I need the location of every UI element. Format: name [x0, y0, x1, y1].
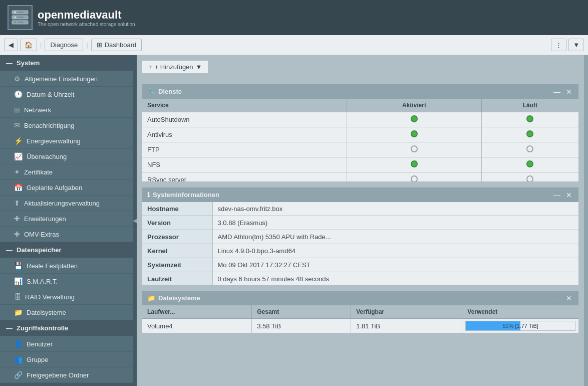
system-label: System: [17, 59, 40, 67]
sidebar-item-gruppe[interactable]: 👥 Gruppe: [0, 352, 133, 367]
smart-icon: 📊: [14, 277, 23, 285]
sidebar-item-energieverwaltung[interactable]: ⚡ Energieverwaltung: [0, 133, 133, 149]
chart-icon: 📈: [14, 152, 23, 160]
share-icon: 🔗: [14, 371, 23, 379]
col-aktiviert: Aktiviert: [347, 99, 481, 112]
sidebar-section-header-dienste[interactable]: — Dienste: [0, 383, 133, 386]
dateisysteme-close-btn[interactable]: ✕: [564, 295, 573, 302]
dienste-close-btn[interactable]: ✕: [564, 88, 573, 95]
user-icon: 👤: [14, 340, 23, 348]
sidebar-item-erweiterungen[interactable]: ✚ Erweiterungen: [0, 211, 133, 227]
status-stopped-icon: [526, 175, 533, 181]
sidebar-item-benachrichtigung[interactable]: ✉ Benachrichtigung: [0, 118, 133, 133]
sysinfo-panel-header: ℹ Systeminformationen — ✕: [142, 187, 578, 202]
home-btn[interactable]: 🏠: [20, 39, 37, 51]
brand-tagline: The open network attached storage soluti…: [38, 22, 135, 27]
content-scrollbar[interactable]: [584, 55, 588, 386]
sidebar-section-header-zugriffskontrolle[interactable]: — Zugriffskontrolle: [0, 320, 133, 336]
sidebar-item-reale-festplatten[interactable]: 💾 Reale Festplatten: [0, 258, 133, 274]
sidebar-toggle-btn[interactable]: ◀: [4, 39, 18, 51]
col-gesamt: Gesamt: [252, 305, 351, 319]
dateisysteme-panel-header: 📁 Dateisysteme — ✕: [142, 291, 578, 305]
sidebar-section-header-system[interactable]: — System: [0, 55, 133, 71]
aktiviert-cell: [347, 127, 481, 142]
sysinfo-panel-body: Hostnamesdev-nas-omv.fritz.boxVersion3.0…: [142, 202, 578, 285]
sysinfo-panel-header-left: ℹ Systeminformationen: [147, 191, 219, 199]
status-active-icon: [411, 160, 418, 167]
datenspeicher-label: Datenspeicher: [17, 246, 62, 254]
dateisysteme-panel-header-right: — ✕: [552, 295, 573, 302]
dateisysteme-panel-scroll[interactable]: Laufwer... Gesamt Verfügbar Verwendet Vo…: [142, 305, 578, 333]
sidebar: — System ⚙ Allgemeine Einstellungen 🕐 Da…: [0, 55, 133, 386]
status-running-icon: [526, 160, 533, 167]
content-area: + + Hinzufügen ▼ 🔧 Dienste — ✕: [137, 55, 584, 386]
sidebar-section-dienste: — Dienste ⚙ Antivirus: [0, 383, 133, 386]
dienste-panel-header-right: — ✕: [552, 88, 573, 95]
dienste-panel-header-left: 🔧 Dienste: [147, 88, 182, 95]
settings-icon: ⚙: [14, 75, 21, 83]
sysinfo-value-cell: 3.0.88 (Erasmus): [212, 216, 578, 230]
lauft-cell: [481, 142, 578, 157]
sidebar-item-aktualisierungsverwaltung[interactable]: ⬆ Aktualisierungsverwaltung: [0, 196, 133, 211]
status-running-icon: [526, 115, 533, 122]
sidebar-section-datenspeicher: — Datenspeicher 💾 Reale Festplatten 📊 S.…: [0, 242, 133, 320]
svg-point-7: [14, 22, 16, 24]
more-btn[interactable]: ⋮: [551, 39, 566, 51]
sidebar-item-label: Reale Festplatten: [27, 262, 78, 270]
service-cell: NFS: [142, 157, 347, 172]
aktiviert-cell: [347, 172, 481, 182]
verwendet-cell: 50% [1.77 TiB]: [462, 319, 578, 333]
table-row: RSync server: [142, 172, 578, 182]
expand-btn[interactable]: ▼: [568, 39, 584, 51]
sysinfo-panel-scroll[interactable]: Hostnamesdev-nas-omv.fritz.boxVersion3.0…: [142, 202, 578, 285]
sidebar-item-netzwerk[interactable]: ⊞ Netzwerk: [0, 102, 133, 118]
dienste-minimize-btn[interactable]: —: [552, 88, 562, 95]
table-row: ProzessorAMD Athlon(tm) 5350 APU with Ra…: [142, 230, 578, 244]
sidebar-item-smart[interactable]: 📊 S.M.A.R.T.: [0, 274, 133, 289]
sidebar-item-omv-extras[interactable]: ✚ OMV-Extras: [0, 227, 133, 242]
mail-icon: ✉: [14, 121, 20, 129]
sysinfo-label-cell: Systemzeit: [142, 258, 212, 272]
svg-point-1: [14, 12, 16, 14]
brand-name: openmediavault: [38, 9, 135, 22]
svg-point-4: [14, 17, 16, 19]
sidebar-item-benutzer[interactable]: 👤 Benutzer: [0, 336, 133, 352]
sidebar-section-header-datenspeicher[interactable]: — Datenspeicher: [0, 242, 133, 258]
lauft-cell: [481, 127, 578, 142]
sidebar-item-freigegebene-ordner[interactable]: 🔗 Freigegebene Ordner: [0, 367, 133, 383]
sidebar-item-ueberwachung[interactable]: 📈 Überwachung: [0, 149, 133, 164]
status-stopped-icon: [526, 145, 533, 152]
sidebar-resize-handle[interactable]: ◀: [133, 55, 137, 386]
dashboard-btn[interactable]: ⊞ Dashboard: [91, 39, 142, 51]
dienste-panel-body: Service Aktiviert Läuft AutoShutdownAnti…: [142, 99, 578, 181]
service-cell: AutoShutdown: [142, 112, 347, 127]
dateisysteme-panel: 📁 Dateisysteme — ✕ Laufwer... Gesamt: [142, 290, 579, 334]
sidebar-item-datum-uhrzeit[interactable]: 🕐 Datum & Uhrzeit: [0, 87, 133, 102]
hinzufuegen-btn[interactable]: + + Hinzufügen ▼: [142, 60, 208, 74]
hinzufuegen-label: + Hinzufügen: [155, 63, 193, 71]
sysinfo-panel-title: Systeminformationen: [153, 191, 219, 199]
sysinfo-minimize-btn[interactable]: —: [552, 191, 562, 199]
dienste-panel-title: Dienste: [158, 88, 182, 95]
progress-bar-wrap: 50% [1.77 TiB]: [465, 321, 575, 331]
sidebar-item-label: Geplante Aufgaben: [27, 184, 82, 191]
dateisysteme-minimize-btn[interactable]: —: [552, 295, 562, 302]
diagnose-btn[interactable]: Diagnose: [45, 39, 83, 51]
sidebar-item-label: Benachrichtigung: [24, 122, 74, 129]
sidebar-item-allgemeine-einstellungen[interactable]: ⚙ Allgemeine Einstellungen: [0, 71, 133, 87]
sysinfo-value-cell: sdev-nas-omv.fritz.box: [212, 202, 578, 216]
aktiviert-cell: [347, 157, 481, 172]
sidebar-item-dateisysteme[interactable]: 📁 Dateisysteme: [0, 305, 133, 320]
dienste-panel-scroll[interactable]: Service Aktiviert Läuft AutoShutdownAnti…: [142, 99, 578, 181]
sysinfo-close-btn[interactable]: ✕: [564, 191, 573, 199]
sidebar-item-raid-verwaltung[interactable]: 🗄 RAID Verwaltung: [0, 289, 133, 305]
disk-icon: 💾: [14, 262, 23, 270]
cert-icon: ✦: [14, 168, 20, 176]
sidebar-item-zertifikate[interactable]: ✦ Zertifikate: [0, 164, 133, 180]
sysinfo-table: Hostnamesdev-nas-omv.fritz.boxVersion3.0…: [142, 202, 578, 285]
verfuegbar-cell: 1.81 TiB: [351, 319, 462, 333]
col-service: Service: [142, 99, 347, 112]
sidebar-item-geplante-aufgaben[interactable]: 📅 Geplante Aufgaben: [0, 180, 133, 196]
status-inactive-icon: [411, 175, 418, 181]
info-icon: ℹ: [147, 191, 150, 199]
